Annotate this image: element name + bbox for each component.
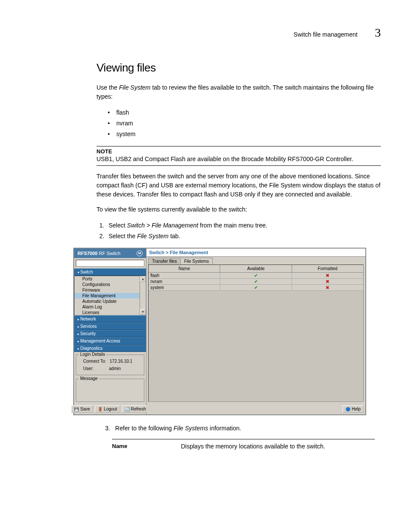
definition-table: Name Displays the memory locations avail… <box>112 439 381 450</box>
col-available[interactable]: Available <box>220 265 292 272</box>
tabs: Transfer files File Systems <box>146 257 365 264</box>
refresh-icon <box>125 407 130 411</box>
file-systems-table: Name Available Formatted flash ✔ ✖ nvram… <box>148 264 364 402</box>
note-text: USB1, USB2 and Compact Flash are availab… <box>97 155 381 164</box>
logout-icon <box>98 407 103 411</box>
scroll-down-icon[interactable]: ▾ <box>140 309 146 315</box>
tab-transfer-files[interactable]: Transfer files <box>148 258 181 264</box>
check-icon: ✔ <box>254 273 258 278</box>
main-panel: Switch > File Management Transfer files … <box>146 249 365 414</box>
sidebar-item-file-management[interactable]: File Management <box>75 293 146 299</box>
refresh-button[interactable]: Refresh <box>122 405 149 413</box>
breadcrumb: Switch > File Management <box>146 249 365 257</box>
motorola-icon: M <box>137 250 143 256</box>
sidebar-item-automatic-update[interactable]: Automatic Update <box>75 299 146 304</box>
note-label: NOTE <box>97 148 381 155</box>
sidebar-title: RFS7000 RF Switch M <box>74 249 146 258</box>
sidebar-item-configurations[interactable]: Configurations <box>75 282 146 287</box>
page-header: Switch file management 3 <box>47 26 381 40</box>
def-desc: Displays the memory locations available … <box>181 443 381 450</box>
table-row[interactable]: system ✔ ✖ <box>149 285 363 291</box>
page-title: Viewing files <box>97 61 381 75</box>
paragraph-3: To view the file systems currently avail… <box>97 205 381 214</box>
step-2: Select the File System tab. <box>106 231 381 242</box>
login-details: Login Details Connect To: 172.16.10.1 Us… <box>76 355 144 375</box>
header-section: Switch file management <box>293 31 358 38</box>
app-screenshot: RFS7000 RF Switch M Switch Ports Configu… <box>73 248 366 415</box>
col-name[interactable]: Name <box>149 265 220 272</box>
nav-tree: Ports Configurations Firmware File Manag… <box>74 276 146 315</box>
list-item: nvram <box>108 118 381 129</box>
note-block: NOTE USB1, USB2 and Compact Flash are av… <box>97 146 381 166</box>
sidebar-item-firmware[interactable]: Firmware <box>75 287 146 293</box>
scroll-up-icon[interactable]: ▴ <box>140 276 146 282</box>
table-row[interactable]: nvram ✔ ✖ <box>149 279 363 285</box>
nav-network[interactable]: Network <box>74 315 146 323</box>
sidebar-item-ports[interactable]: Ports <box>75 276 146 282</box>
nav-diagnostics[interactable]: Diagnostics <box>74 345 146 352</box>
col-formatted[interactable]: Formatted <box>292 265 363 272</box>
nav-services[interactable]: Services <box>74 323 146 330</box>
file-type-list: flash nvram system <box>108 107 381 140</box>
sidebar: RFS7000 RF Switch M Switch Ports Configu… <box>74 249 146 414</box>
cross-icon: ✖ <box>326 285 329 290</box>
paragraph-2: Transfer files between the switch and th… <box>97 172 381 199</box>
scrollbar[interactable]: ▴ ▾ <box>140 276 146 315</box>
intro-paragraph: Use the File System tab to review the fi… <box>97 83 381 101</box>
check-icon: ✔ <box>254 285 258 290</box>
sidebar-item-licenses[interactable]: Licenses <box>75 310 146 315</box>
step-3: 3. Refer to the following File Systems i… <box>105 424 381 433</box>
search-input[interactable] <box>76 260 144 267</box>
nav-management-access[interactable]: Management Access <box>74 337 146 345</box>
message-box: Message <box>76 379 144 402</box>
chapter-number: 3 <box>375 26 381 40</box>
check-icon: ✔ <box>254 279 258 284</box>
save-button[interactable]: Save <box>71 405 93 413</box>
nav-switch[interactable]: Switch <box>74 268 146 276</box>
cross-icon: ✖ <box>326 279 329 284</box>
cross-icon: ✖ <box>326 273 329 278</box>
logout-button[interactable]: Logout <box>95 405 120 413</box>
help-icon <box>346 407 350 411</box>
def-label: Name <box>112 443 181 450</box>
sidebar-item-alarm-log[interactable]: Alarm Log <box>75 304 146 310</box>
steps-list: Select Switch > File Management from the… <box>97 220 381 242</box>
nav-security[interactable]: Security <box>74 330 146 337</box>
list-item: flash <box>108 107 381 118</box>
tab-file-systems[interactable]: File Systems <box>180 258 212 264</box>
help-button[interactable]: Help <box>342 405 364 413</box>
list-item: system <box>108 129 381 140</box>
step-1: Select Switch > File Management from the… <box>106 220 381 231</box>
table-row[interactable]: flash ✔ ✖ <box>149 273 363 279</box>
save-icon <box>74 407 79 411</box>
